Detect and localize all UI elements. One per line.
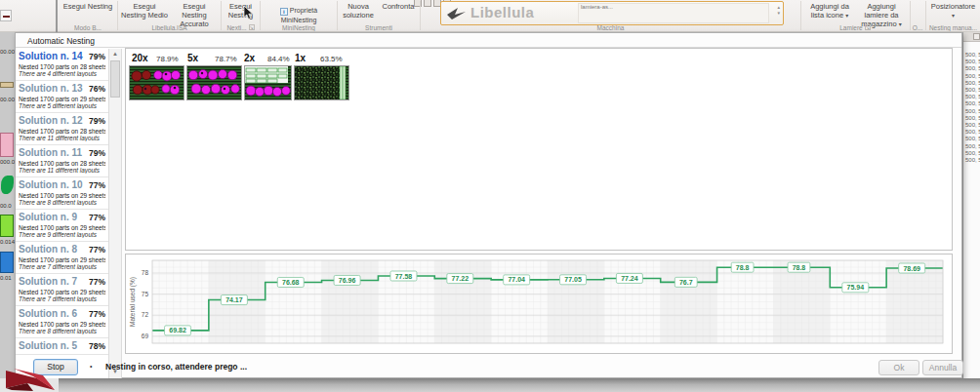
dialog-launcher-icon[interactable]: ↘ (249, 24, 255, 30)
status-message: Nesting in corso, attendere prego ... (105, 362, 247, 372)
left-value: 00.0 (0, 203, 15, 209)
nesting-layout-thumbnail[interactable] (130, 66, 184, 99)
ribbon-group-modo: Esegui Nesting Modo B... (59, 0, 117, 32)
solution-name: Solution n. 12 (19, 115, 83, 126)
solution-item[interactable]: Solution n. 1077% Nested 1700 parts on 2… (16, 177, 108, 210)
solution-item[interactable]: Solution n. 1479% Nested 1700 parts on 2… (16, 49, 108, 81)
background-window-fragment (0, 10, 12, 21)
solution-percent: 78% (89, 341, 105, 351)
ribbon-group-o: O... (911, 0, 924, 32)
preview-percent: 78.9% (156, 55, 179, 63)
solution-name: Solution n. 13 (19, 83, 83, 94)
solution-name: Solution n. 11 (19, 147, 82, 158)
green-shape-fragment (1, 176, 14, 194)
solution-layouts: There are 11 different layouts (19, 135, 105, 141)
solution-detail: Nested 1700 parts on 29 sheets (19, 289, 105, 295)
solution-item[interactable]: Solution n. 877% Nested 1700 parts on 29… (16, 242, 108, 274)
preview-percent: 84.4% (267, 55, 290, 63)
mouse-cursor (243, 6, 255, 24)
solution-detail: Nested 1700 parts on 28 sheets (19, 128, 105, 135)
preview-percent: 63.5% (320, 55, 343, 63)
scroll-up-icon[interactable]: ▲ (109, 51, 121, 57)
preview-zoom-label: 20x (132, 53, 148, 63)
solutions-scrollbar[interactable]: ▲ ▼ (108, 49, 122, 378)
solution-detail: Nested 1700 parts on 29 sheets (19, 96, 105, 102)
right-list: 500, 5500, 5500, 5500, 5500, 5500, 5500,… (963, 52, 980, 164)
solution-percent: 79% (89, 52, 105, 61)
svg-text:78: 78 (142, 269, 149, 276)
material-used-chart: 6972757869.8274.1776.6876.9677.5877.2277… (127, 255, 951, 352)
machine-selector-box[interactable]: Libellula lamiera-as... ▴▾ (440, 1, 784, 25)
material-swatch-green (0, 215, 14, 237)
right-list-row: 500, 5 (963, 115, 980, 122)
esegui-nesting-button[interactable]: Esegui Nesting (62, 2, 113, 11)
solution-item[interactable]: Solution n. 1279% Nested 1700 parts on 2… (16, 113, 108, 145)
right-list-row: 500, 5 (963, 52, 980, 59)
solution-layouts: There are 8 different layouts (19, 328, 105, 334)
svg-text:77.24: 77.24 (621, 275, 638, 282)
solution-percent: 79% (89, 148, 105, 158)
dialog-launcher-icon[interactable]: ↘ (865, 24, 871, 30)
confronta-button[interactable]: Confronta (379, 2, 418, 11)
machine-combo[interactable]: lamiera-as... (578, 3, 769, 23)
solution-detail: Nested 1700 parts on 28 sheets (19, 160, 105, 167)
right-list-row: 500, 5 (963, 80, 980, 87)
app-screen: Esegui Nesting Modo B... Esegui Nesting … (0, 0, 980, 392)
solution-name: Solution n. 8 (19, 244, 77, 255)
solution-layouts: There are 7 different layouts (19, 263, 105, 270)
nuova-soluzione-button[interactable]: Nuova soluzione (340, 2, 377, 20)
svg-text:77.04: 77.04 (508, 276, 525, 283)
desktop-bottom-strip (0, 378, 980, 392)
svg-text:78.8: 78.8 (793, 264, 806, 271)
machine-spinner[interactable]: ▴▾ (777, 4, 780, 16)
nesting-layout-thumbnail[interactable] (187, 66, 241, 99)
right-list-row: 500, 5 (963, 108, 980, 115)
esegui-nesting-medio-button[interactable]: Esegui Nesting Medio (120, 2, 169, 20)
solution-item[interactable]: Solution n. 1376% Nested 1700 parts on 2… (16, 81, 108, 113)
solution-name: Solution n. 10 (19, 179, 83, 190)
right-list-row: 500, 5 (963, 129, 980, 136)
solution-item[interactable]: Solution n. 578% (16, 338, 108, 355)
annulla-button[interactable]: Annulla (922, 360, 963, 375)
group-label-modo: Modo B... (59, 24, 117, 31)
solution-item[interactable]: Solution n. 777% Nested 1700 parts on 29… (16, 274, 108, 306)
scrollbar-thumb[interactable] (110, 60, 120, 98)
group-label-mininesting: MiniNesting (261, 24, 337, 31)
solution-item[interactable]: Solution n. 677% Nested 1700 parts on 29… (16, 306, 108, 338)
material-swatch-blue (0, 252, 14, 273)
solution-item[interactable]: Solution n. 1179% Nested 1700 parts on 2… (16, 145, 108, 177)
dialog-title: Automatic Nesting (16, 33, 961, 48)
solution-detail: Nested 1700 parts on 29 sheets (19, 192, 105, 199)
nesting-layout-thumbnail[interactable] (295, 66, 348, 99)
svg-text:74.17: 74.17 (225, 296, 243, 303)
svg-text:78.69: 78.69 (903, 265, 920, 272)
right-list-row: 500, 5 (963, 136, 980, 142)
solution-detail: Nested 1700 parts on 29 sheets (19, 321, 105, 328)
solution-layouts: There are 9 different layouts (19, 231, 105, 238)
status-bullet-icon: • (90, 363, 92, 370)
svg-text:69: 69 (142, 333, 149, 339)
solution-name: Solution n. 6 (19, 308, 77, 319)
aggiungi-da-lista-icone-button[interactable]: Aggiungi da lista icone ▾ (804, 2, 855, 20)
posizionatore-button[interactable]: Posizionatore▾ (927, 2, 979, 20)
solution-item[interactable]: Solution n. 977% Nested 1700 parts on 29… (16, 210, 108, 242)
right-list-row: 500, 5 (963, 94, 980, 100)
solution-percent: 77% (89, 180, 105, 190)
svg-text:75.94: 75.94 (847, 284, 865, 291)
solution-name: Solution n. 7 (19, 276, 77, 287)
solution-percent: 77% (89, 277, 105, 287)
right-list-row: 500, 5 (963, 100, 980, 107)
solution-name: Solution n. 9 (19, 212, 77, 222)
scroll-button-icon[interactable] (973, 33, 980, 40)
chevron-down-icon: ▾ (845, 13, 848, 19)
proprieta-mininesting-button[interactable]: iProprietà MiniNesting (262, 6, 336, 24)
right-list-row: 500, 5 (963, 73, 980, 80)
svg-text:69.82: 69.82 (169, 327, 186, 333)
ok-button[interactable]: Ok (878, 360, 919, 375)
right-list-row: 500, 5 (963, 143, 980, 150)
solution-layouts: There are 11 different layouts (19, 167, 105, 174)
material-swatch-tan (0, 82, 14, 88)
nesting-layout-thumbnail[interactable] (245, 66, 291, 99)
svg-text:76.68: 76.68 (282, 279, 300, 286)
left-value: 0.014 (0, 239, 15, 245)
